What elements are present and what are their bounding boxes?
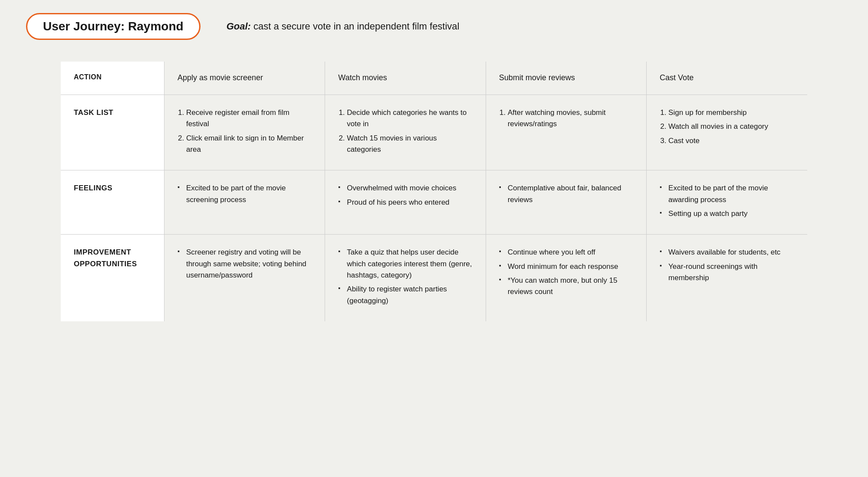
improvement-label: IMPROVEMENT OPPORTUNITIES xyxy=(61,235,164,321)
task-list-col1-items: Receive register email from film festiva… xyxy=(178,107,312,155)
journey-table: ACTION Apply as movie screener Watch mov… xyxy=(61,62,807,321)
title-badge: User Journey: Raymond xyxy=(26,13,201,40)
table-header-row: ACTION Apply as movie screener Watch mov… xyxy=(61,62,807,95)
feelings-col1: Excited to be part of the movie screenin… xyxy=(164,170,325,235)
improvement-col3-items: Continue where you left off Word minimum… xyxy=(499,247,633,297)
task-list-label: TASK LIST xyxy=(61,95,164,170)
feelings-col2: Overwhelmed with movie choices Proud of … xyxy=(325,170,486,235)
feelings-row: FEELINGS Excited to be part of the movie… xyxy=(61,170,807,235)
list-item: Excited to be part of the movie screenin… xyxy=(178,183,312,206)
list-item: Watch 15 movies in various categories xyxy=(347,133,472,156)
list-item: Year-round screenings with membership xyxy=(660,261,794,284)
list-item: Overwhelmed with movie choices xyxy=(338,183,472,194)
feelings-col4-items: Excited to be part of the movie awarding… xyxy=(660,183,794,219)
goal-description: cast a secure vote in an independent fil… xyxy=(253,21,460,32)
improvement-col2-items: Take a quiz that helps user decide which… xyxy=(338,247,472,307)
task-list-col4: Sign up for membership Watch all movies … xyxy=(647,95,807,170)
list-item: *You can watch more, but only 15 reviews… xyxy=(499,275,633,298)
action-col2: Watch movies xyxy=(325,62,486,95)
list-item: Ability to register watch parties (geota… xyxy=(338,284,472,307)
list-item: After watching movies, submit reviews/ra… xyxy=(508,107,633,130)
goal-label: Goal: xyxy=(227,21,251,32)
improvement-col1: Screener registry and voting will be thr… xyxy=(164,235,325,321)
journey-table-container: ACTION Apply as movie screener Watch mov… xyxy=(61,62,807,321)
feelings-col4: Excited to be part of the movie awarding… xyxy=(647,170,807,235)
list-item: Contemplative about fair, balanced revie… xyxy=(499,183,633,206)
feelings-col3: Contemplative about fair, balanced revie… xyxy=(486,170,646,235)
list-item: Excited to be part of the movie awarding… xyxy=(660,183,794,206)
goal-statement: Goal: cast a secure vote in an independe… xyxy=(227,21,460,32)
list-item: Sign up for membership xyxy=(668,107,794,118)
feelings-col3-items: Contemplative about fair, balanced revie… xyxy=(499,183,633,206)
list-item: Screener registry and voting will be thr… xyxy=(178,247,312,281)
improvement-col4: Waivers available for students, etc Year… xyxy=(647,235,807,321)
feelings-label: FEELINGS xyxy=(61,170,164,235)
action-col1: Apply as movie screener xyxy=(164,62,325,95)
task-list-col2: Decide which categories he wants to vote… xyxy=(325,95,486,170)
page-title: User Journey: Raymond xyxy=(43,20,184,33)
list-item: Waivers available for students, etc xyxy=(660,247,794,258)
list-item: Word minimum for each response xyxy=(499,261,633,272)
task-list-col3: After watching movies, submit reviews/ra… xyxy=(486,95,646,170)
list-item: Proud of his peers who entered xyxy=(338,197,472,208)
improvement-col4-items: Waivers available for students, etc Year… xyxy=(660,247,794,284)
task-list-col2-items: Decide which categories he wants to vote… xyxy=(338,107,472,155)
list-item: Setting up a watch party xyxy=(660,208,794,219)
list-item: Watch all movies in a category xyxy=(668,121,794,132)
feelings-col1-items: Excited to be part of the movie screenin… xyxy=(178,183,312,206)
action-label: ACTION xyxy=(61,62,164,95)
action-col4: Cast Vote xyxy=(647,62,807,95)
list-item: Receive register email from film festiva… xyxy=(186,107,312,130)
improvement-row: IMPROVEMENT OPPORTUNITIES Screener regis… xyxy=(61,235,807,321)
feelings-col2-items: Overwhelmed with movie choices Proud of … xyxy=(338,183,472,208)
improvement-col2: Take a quiz that helps user decide which… xyxy=(325,235,486,321)
task-list-row: TASK LIST Receive register email from fi… xyxy=(61,95,807,170)
task-list-col1: Receive register email from film festiva… xyxy=(164,95,325,170)
improvement-col3: Continue where you left off Word minimum… xyxy=(486,235,646,321)
list-item: Continue where you left off xyxy=(499,247,633,258)
improvement-col1-items: Screener registry and voting will be thr… xyxy=(178,247,312,281)
list-item: Click email link to sign in to Member ar… xyxy=(186,133,312,156)
list-item: Decide which categories he wants to vote… xyxy=(347,107,472,130)
task-list-col4-items: Sign up for membership Watch all movies … xyxy=(660,107,794,147)
page-header: User Journey: Raymond Goal: cast a secur… xyxy=(0,0,868,49)
list-item: Take a quiz that helps user decide which… xyxy=(338,247,472,281)
list-item: Cast vote xyxy=(668,135,794,147)
action-col3: Submit movie reviews xyxy=(486,62,646,95)
task-list-col3-items: After watching movies, submit reviews/ra… xyxy=(499,107,633,130)
